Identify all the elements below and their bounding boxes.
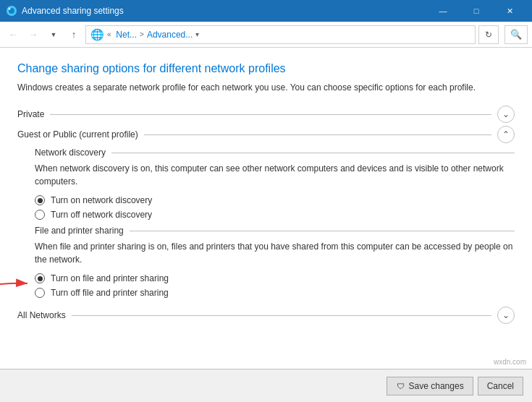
- network-discovery-label: Network discovery: [35, 147, 106, 158]
- network-discovery-subsection: Network discovery When network discovery…: [35, 147, 515, 220]
- file-printer-sharing-desc: When file and printer sharing is on, fil…: [35, 240, 515, 266]
- breadcrumb-advanced[interactable]: Advanced...: [147, 30, 193, 40]
- profile-section-private: Private ⌄: [17, 106, 515, 123]
- watermark: wxdn.com: [494, 358, 526, 366]
- address-path[interactable]: 🌐 « Net... > Advanced... ▾: [85, 25, 476, 44]
- radio-turn-on-discovery[interactable]: Turn on network discovery: [35, 195, 515, 205]
- guest-public-label: Guest or Public (current profile): [17, 129, 138, 140]
- breadcrumb-double-chevron: «: [107, 30, 113, 38]
- cancel-button[interactable]: Cancel: [478, 377, 523, 395]
- guest-public-collapse-button[interactable]: ⌃: [497, 126, 515, 143]
- breadcrumb-sep1: >: [140, 30, 144, 38]
- save-changes-button[interactable]: 🛡 Save changes: [387, 377, 473, 395]
- file-printer-sharing-subsection: File and printer sharing When file and p…: [35, 226, 515, 298]
- title-bar: Advanced sharing settings — □ ✕: [0, 0, 532, 22]
- title-bar-title: Advanced sharing settings: [22, 6, 426, 16]
- back-button[interactable]: ←: [4, 26, 22, 43]
- file-printer-sharing-label: File and printer sharing: [35, 226, 124, 236]
- network-icon: 🌐: [90, 28, 104, 41]
- page-title: Change sharing options for different net…: [17, 62, 515, 75]
- all-networks-label: All Networks: [17, 310, 66, 320]
- breadcrumb-dropdown-arrow[interactable]: ▾: [195, 30, 199, 38]
- radio-turn-off-sharing[interactable]: Turn off file and printer sharing: [35, 288, 515, 298]
- radio-turn-on-sharing[interactable]: Turn on file and printer sharing: [35, 273, 515, 283]
- page-description: Windows creates a separate network profi…: [17, 81, 515, 94]
- address-bar: ← → ▼ ↑ 🌐 « Net... > Advanced... ▾ ↻ 🔍: [0, 22, 532, 48]
- private-expand-button[interactable]: ⌄: [497, 106, 515, 123]
- close-button[interactable]: ✕: [493, 0, 526, 22]
- maximize-button[interactable]: □: [460, 0, 493, 22]
- minimize-button[interactable]: —: [426, 0, 460, 22]
- title-bar-icon: [6, 5, 17, 17]
- recent-button[interactable]: ▼: [45, 26, 62, 43]
- search-button[interactable]: 🔍: [504, 25, 528, 44]
- svg-point-2: [9, 8, 11, 10]
- forward-button[interactable]: →: [25, 26, 42, 43]
- up-button[interactable]: ↑: [65, 26, 83, 43]
- private-label: Private: [17, 109, 44, 119]
- content-area: Change sharing options for different net…: [0, 48, 532, 402]
- arrow-svg: [0, 275, 42, 292]
- network-discovery-desc: When network discovery is on, this compu…: [35, 162, 515, 188]
- profile-section-guest-public: Guest or Public (current profile) ⌃ Netw…: [17, 126, 515, 298]
- breadcrumb-net[interactable]: Net...: [116, 30, 137, 40]
- all-networks-expand-button[interactable]: ⌄: [497, 307, 515, 324]
- profile-section-all-networks: All Networks ⌄: [17, 307, 515, 324]
- bottom-bar: 🛡 Save changes Cancel: [0, 369, 532, 402]
- shield-icon: 🛡: [396, 381, 406, 391]
- radio-turn-off-discovery[interactable]: Turn off network discovery: [35, 210, 515, 220]
- refresh-button[interactable]: ↻: [478, 25, 499, 44]
